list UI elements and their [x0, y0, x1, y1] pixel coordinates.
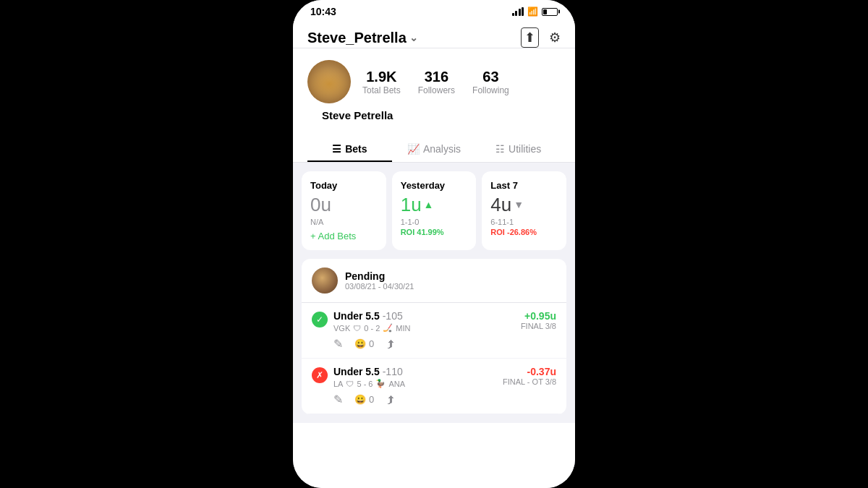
- total-bets-number: 1.9K: [362, 68, 401, 85]
- bets-tab-icon: ☰: [332, 143, 341, 155]
- last7-record: 6-11-1: [490, 218, 558, 226]
- bets-content: Today 0u N/A + Add Bets Yesterday 1u ▲ 1…: [293, 163, 575, 423]
- total-bets-stat: 1.9K Total Bets: [362, 68, 401, 95]
- bet-item-2: ✗ Under 5.5 -110 LA: [302, 359, 566, 414]
- bet-1-right: +0.95u FINAL 3/8: [521, 310, 556, 330]
- share-bet-2-icon[interactable]: ⮭: [386, 393, 397, 406]
- la-shield-icon: 🛡: [346, 380, 354, 388]
- pencil-icon[interactable]: ✎: [333, 337, 343, 351]
- bet-1-reactions[interactable]: 😀 0: [354, 338, 374, 349]
- analysis-tab-icon: 📈: [407, 143, 420, 155]
- bet-2-odds: -110: [383, 366, 403, 377]
- bet-2-reactions[interactable]: 😀 0: [354, 394, 374, 405]
- analysis-tab-label: Analysis: [423, 143, 461, 155]
- bet-1-final: FINAL 3/8: [521, 322, 556, 330]
- following-number: 63: [472, 68, 509, 85]
- bet-2-name: Under 5.5: [333, 366, 380, 377]
- status-bar: 10:43 📶: [293, 0, 575, 20]
- followers-label: Followers: [418, 85, 455, 95]
- bet-1-teams: VGK 🛡 0 - 2 🏒 MIN: [333, 323, 521, 333]
- signal-bars-icon: [512, 7, 524, 16]
- followers-number: 316: [418, 68, 455, 85]
- emoji-icon: 😀: [354, 338, 366, 349]
- yesterday-roi: ROI 41.99%: [401, 228, 468, 236]
- pending-header: Pending 03/08/21 - 04/30/21: [302, 259, 566, 303]
- yesterday-card-value: 1u ▲: [401, 194, 468, 216]
- profile-header: Steve_Petrella ⌄ ⬆ ⚙: [293, 20, 575, 48]
- chevron-down-icon[interactable]: ⌄: [409, 32, 418, 43]
- bet-2-final: FINAL - OT 3/8: [503, 377, 556, 386]
- avatar: [307, 60, 351, 103]
- bet-1-odds: -105: [383, 310, 403, 322]
- add-bets-button[interactable]: + Add Bets: [310, 231, 378, 241]
- username-title: Steve_Petrella: [307, 30, 407, 46]
- vgk-shield-icon: 🛡: [353, 324, 361, 333]
- last7-roi-label: ROI: [490, 228, 507, 236]
- pending-title: Pending: [345, 270, 414, 282]
- bet-status-loss-icon: ✗: [312, 367, 328, 383]
- status-icons: 📶: [512, 7, 558, 17]
- bet-2-reaction-count: 0: [369, 394, 374, 405]
- bet-1-title: Under 5.5 -105: [333, 310, 521, 322]
- bet-2-score: 5 - 6: [357, 380, 373, 388]
- bet-1-score: 0 - 2: [364, 324, 380, 333]
- time: 10:43: [310, 6, 336, 17]
- bet-2-left: Under 5.5 -110 LA 🛡 5 - 6 🦆 ANA: [333, 366, 503, 388]
- min-icon: 🏒: [383, 323, 393, 333]
- bets-tab-label: Bets: [345, 143, 367, 155]
- followers-stat: 316 Followers: [418, 68, 455, 95]
- today-value-text: 0u: [310, 194, 331, 216]
- yesterday-value-text: 1u: [401, 194, 422, 216]
- pending-info: Pending 03/08/21 - 04/30/21: [345, 270, 414, 291]
- last7-card: Last 7 4u ▼ 6-11-1 ROI -26.86%: [482, 171, 566, 250]
- last7-card-title: Last 7: [490, 180, 558, 191]
- yesterday-roi-label: ROI: [401, 228, 417, 236]
- profile-section: 1.9K Total Bets 316 Followers 63 Followi…: [293, 48, 575, 130]
- main-content: Steve_Petrella ⌄ ⬆ ⚙ 1.9K Total Bets: [293, 20, 575, 488]
- bet-item-1: ✓ Under 5.5 -105 VGK: [302, 303, 566, 359]
- total-bets-label: Total Bets: [362, 85, 401, 95]
- bet-1-name: Under 5.5: [333, 310, 380, 322]
- bet-1-reaction-count: 0: [369, 338, 374, 349]
- bet-2-result: -0.37u: [503, 366, 556, 377]
- bet-1-result: +0.95u: [521, 310, 556, 322]
- following-stat: 63 Following: [472, 68, 509, 95]
- stats-row: 1.9K Total Bets 316 Followers 63 Followi…: [362, 68, 509, 95]
- today-card-value: 0u: [310, 194, 378, 216]
- share-bet-icon[interactable]: ⮭: [386, 338, 397, 351]
- ana-icon: 🦆: [375, 379, 386, 388]
- yesterday-record: 1-1-0: [401, 218, 468, 226]
- last7-roi: ROI -26.86%: [490, 228, 558, 236]
- bet-1-actions: ✎ 😀 0 ⮭: [333, 337, 556, 351]
- utilities-tab-label: Utilities: [509, 143, 541, 155]
- stats-cards-row: Today 0u N/A + Add Bets Yesterday 1u ▲ 1…: [302, 171, 566, 250]
- yesterday-card: Yesterday 1u ▲ 1-1-0 ROI 41.99%: [392, 171, 477, 250]
- arrow-up-icon: ▲: [424, 199, 434, 211]
- last7-roi-value: -26.86%: [507, 228, 537, 236]
- wifi-icon: 📶: [527, 7, 538, 17]
- header-title-area[interactable]: Steve_Petrella ⌄: [307, 30, 418, 46]
- tab-utilities[interactable]: ☷ Utilities: [476, 136, 561, 162]
- tab-bets[interactable]: ☰ Bets: [307, 136, 392, 162]
- bet-1-left: Under 5.5 -105 VGK 🛡 0 - 2 🏒 MIN: [333, 310, 521, 333]
- bet-1-team2: MIN: [396, 324, 410, 333]
- share-icon[interactable]: ⬆: [521, 27, 539, 48]
- arrow-down-icon: ▼: [514, 199, 524, 211]
- pencil-2-icon[interactable]: ✎: [333, 393, 343, 406]
- header-actions: ⬆ ⚙: [521, 27, 561, 48]
- yesterday-card-title: Yesterday: [401, 180, 468, 191]
- bet-status-win-icon: ✓: [312, 312, 328, 328]
- tab-analysis[interactable]: 📈 Analysis: [392, 136, 477, 162]
- yesterday-roi-value: 41.99%: [417, 228, 443, 236]
- bet-1-team1: VGK: [333, 324, 350, 333]
- battery-icon: [542, 8, 558, 16]
- today-card-title: Today: [310, 180, 378, 191]
- pending-section: Pending 03/08/21 - 04/30/21 ✓ Under 5.5: [302, 259, 566, 414]
- bet-2-team2: ANA: [388, 380, 405, 388]
- today-card: Today 0u N/A + Add Bets: [302, 171, 386, 250]
- display-name: Steve Petrella: [307, 103, 561, 121]
- settings-icon[interactable]: ⚙: [549, 30, 561, 46]
- bet-2-teams: LA 🛡 5 - 6 🦆 ANA: [333, 379, 503, 388]
- bet-2-team1: LA: [333, 380, 343, 388]
- pending-avatar: [312, 267, 338, 294]
